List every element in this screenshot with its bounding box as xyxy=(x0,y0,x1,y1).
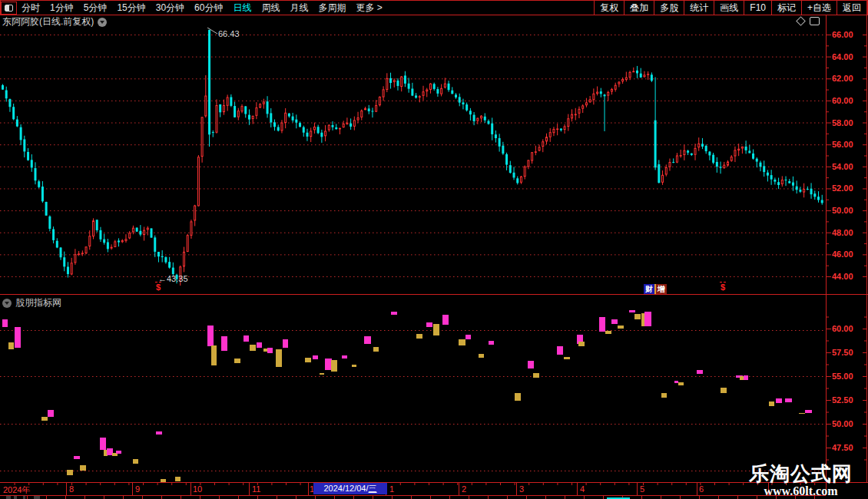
price-axis-label: 52.00 xyxy=(832,183,853,193)
period-tab-4[interactable]: 30分钟 xyxy=(156,1,184,15)
action-button-3[interactable]: 统计 xyxy=(684,1,714,15)
watermark-url: www.60lt.com xyxy=(749,484,853,498)
action-button-7[interactable]: +自选 xyxy=(801,1,837,15)
time-axis-label-9: 4 xyxy=(580,484,585,494)
diamond-icon[interactable] xyxy=(796,16,806,26)
low-price-annotation: ←43.35 xyxy=(158,274,188,283)
layout-split-icon[interactable] xyxy=(1,2,17,15)
action-button-8[interactable]: 返回 xyxy=(837,1,867,15)
price-axis-label: 46.00 xyxy=(832,250,853,259)
price-axis-label: 52.50 xyxy=(832,395,853,405)
chevron-down-circle-icon[interactable] xyxy=(98,18,107,27)
time-axis-label-3: 10 xyxy=(193,484,202,494)
sub-panel-title-bar: 股朋指标网 xyxy=(2,297,61,309)
high-price-annotation: 66.43 xyxy=(218,29,240,38)
selected-date-box: 2024/12/04/三 xyxy=(313,483,387,494)
period-tab-8[interactable]: 月线 xyxy=(290,1,308,15)
time-axis-label-2: 9 xyxy=(135,484,140,494)
time-axis-label-1: 8 xyxy=(69,484,74,494)
zeng-label: 增 xyxy=(656,284,667,294)
toolbar: 分时1分钟5分钟15分钟30分钟60分钟日线周线月线多周期更多 > 复权叠加多股… xyxy=(0,0,868,15)
period-tab-3[interactable]: 15分钟 xyxy=(117,1,145,15)
dollar-marker-0[interactable]: $ xyxy=(155,282,161,291)
time-axis-label-6: 1 xyxy=(389,484,394,494)
sub-panel-title: 股朋指标网 xyxy=(15,296,61,309)
price-axis-label: 66.00 xyxy=(832,30,853,39)
action-button-0[interactable]: 复权 xyxy=(594,1,624,15)
chevron-down-circle-icon[interactable] xyxy=(2,299,12,308)
period-tab-6[interactable]: 日线 xyxy=(233,1,251,15)
action-button-6[interactable]: 标记 xyxy=(771,1,801,15)
time-axis-label-0: 2024年 xyxy=(3,484,30,496)
chart-title: 东阿阿胶(日线.前复权) xyxy=(2,15,94,28)
action-button-5[interactable]: F10 xyxy=(744,1,771,15)
time-axis-label-10: 5 xyxy=(640,484,644,494)
split-window-icon[interactable] xyxy=(810,17,820,25)
cai-label: 财 xyxy=(644,284,654,294)
price-axis-label: 50.00 xyxy=(832,419,853,428)
watermark-site-name: 乐淘公式网 xyxy=(749,463,853,484)
price-axis-label: 57.50 xyxy=(832,348,853,357)
period-tabs: 分时1分钟5分钟15分钟30分钟60分钟日线周线月线多周期更多 > xyxy=(22,1,383,15)
period-tab-5[interactable]: 60分钟 xyxy=(194,1,223,15)
price-axis-label: 60.00 xyxy=(832,96,853,105)
dollar-marker-1[interactable]: $ xyxy=(720,282,726,291)
price-axis-label: 55.00 xyxy=(832,372,853,381)
period-tab-2[interactable]: 5分钟 xyxy=(84,1,108,15)
price-axis-label: 62.00 xyxy=(832,74,853,83)
action-button-1[interactable]: 叠加 xyxy=(624,1,654,15)
time-axis-label-8: 3 xyxy=(519,484,524,494)
financial-report-marker[interactable]: 财 增 xyxy=(644,284,667,294)
price-axis-label: 54.00 xyxy=(832,162,853,171)
time-axis-label-7: 2 xyxy=(462,484,466,494)
price-axis-label: 60.00 xyxy=(832,324,853,333)
action-button-4[interactable]: 画线 xyxy=(714,1,744,15)
action-buttons: 复权叠加多股统计画线F10标记+自选返回 xyxy=(594,1,867,15)
period-tab-1[interactable]: 1分钟 xyxy=(50,1,74,15)
watermark: 乐淘公式网 www.60lt.com xyxy=(749,463,853,498)
period-tab-10[interactable]: 更多 > xyxy=(356,1,382,15)
time-axis-label-4: 11 xyxy=(252,484,260,494)
candlestick-chart-canvas[interactable] xyxy=(0,0,868,499)
price-axis-label: 58.00 xyxy=(832,118,853,127)
price-axis-label: 44.00 xyxy=(832,272,853,281)
time-axis-label-11: 6 xyxy=(699,484,704,494)
chart-title-bar: 东阿阿胶(日线.前复权) xyxy=(2,16,107,28)
action-button-2[interactable]: 多股 xyxy=(654,1,684,15)
price-axis-label: 47.50 xyxy=(832,443,853,452)
price-axis-label: 48.00 xyxy=(832,228,853,237)
price-axis-label: 50.00 xyxy=(832,206,853,215)
period-tab-7[interactable]: 周线 xyxy=(261,1,280,15)
price-axis-label: 56.00 xyxy=(832,140,853,149)
chart-window-icons xyxy=(797,17,820,25)
price-axis-label: 64.00 xyxy=(832,52,853,61)
period-tab-0[interactable]: 分时 xyxy=(22,1,40,15)
period-tab-9[interactable]: 多周期 xyxy=(318,1,346,15)
tdx-app: 分时1分钟5分钟15分钟30分钟60分钟日线周线月线多周期更多 > 复权叠加多股… xyxy=(0,0,868,499)
